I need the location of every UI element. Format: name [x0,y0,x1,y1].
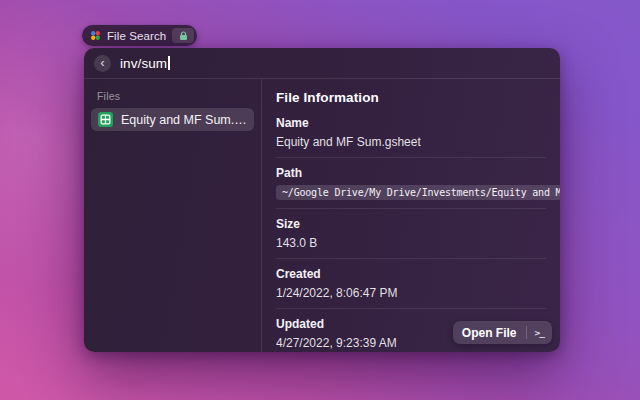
file-search-window: ‹ inv/sum Files Equity and MF Sum.gsheet [84,48,560,352]
search-input[interactable]: inv/sum [120,56,170,71]
path-value-pill: ~/Google Drive/My Drive/Investments/Equi… [276,185,560,200]
results-panel: Files Equity and MF Sum.gsheet [84,79,261,352]
text-caret [168,56,170,70]
field-path: Path ~/Google Drive/My Drive/Investments… [276,166,546,200]
app-badge[interactable]: File Search [82,25,197,46]
chevron-left-icon[interactable]: ‹ [94,55,111,72]
list-item[interactable]: Equity and MF Sum.gsheet [91,108,254,131]
file-search-app-icon [90,30,101,41]
field-value: Equity and MF Sum.gsheet [276,135,546,149]
app-badge-label: File Search [107,30,166,42]
lock-icon [172,28,194,43]
shortcut-key-icon: >_ [527,327,552,338]
field-label: Created [276,267,546,281]
field-label: Size [276,217,546,231]
field-label: Path [276,166,546,180]
open-file-button-label: Open File [453,326,526,340]
panel-title: File Information [276,90,546,105]
field-value: 143.0 B [276,236,546,250]
spreadsheet-icon [98,112,113,127]
search-input-value: inv/sum [120,56,167,71]
field-divider [276,208,546,209]
open-file-button[interactable]: Open File >_ [453,321,552,344]
field-divider [276,308,546,309]
field-value: 1/24/2022, 8:06:47 PM [276,286,546,300]
file-information-panel: File Information Name Equity and MF Sum.… [262,79,560,352]
field-created: Created 1/24/2022, 8:06:47 PM [276,267,546,300]
field-size: Size 143.0 B [276,217,546,250]
files-section-label: Files [97,90,248,102]
field-divider [276,258,546,259]
field-divider [276,157,546,158]
field-label: Name [276,116,546,130]
list-item-label: Equity and MF Sum.gsheet [121,113,247,127]
search-bar[interactable]: ‹ inv/sum [84,48,560,78]
field-name: Name Equity and MF Sum.gsheet [276,116,546,149]
